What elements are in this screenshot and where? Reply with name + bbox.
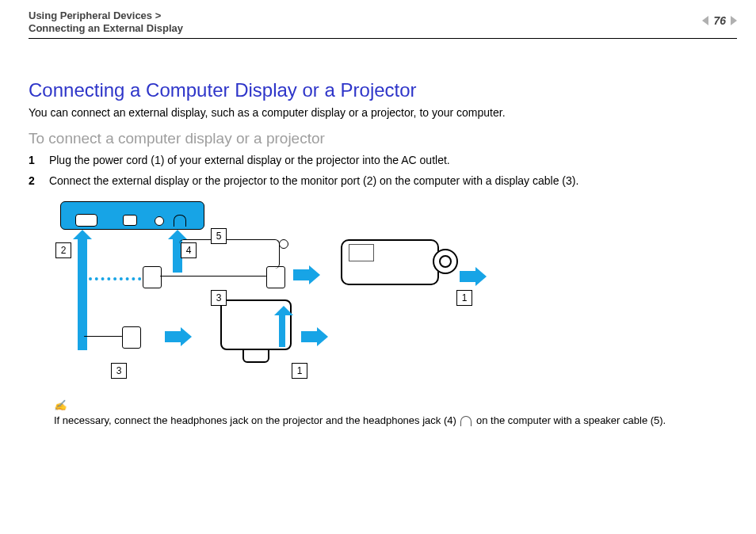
arrow-icon	[165, 330, 192, 344]
step-text: Plug the power cord (1) of your external…	[49, 154, 731, 166]
audio-plug-icon	[279, 239, 288, 249]
page-header: Using Peripheral Devices > Connecting an…	[0, 10, 756, 41]
procedure-title: To connect a computer display or a proje…	[29, 130, 325, 147]
callout-3: 3	[211, 290, 227, 306]
arrow-icon	[460, 269, 487, 284]
list-item: 2 Connect the external display or the pr…	[29, 174, 731, 187]
callout-2: 2	[55, 242, 71, 258]
note-icon: ✍	[54, 399, 724, 411]
note-text-suffix: on the computer with a speaker cable (5)…	[473, 414, 666, 426]
callout-4: 4	[181, 242, 197, 258]
callout-5: 5	[211, 228, 227, 244]
dotted-connection	[89, 277, 147, 280]
headphones-icon	[460, 416, 472, 426]
breadcrumb-child[interactable]: Connecting an External Display	[29, 22, 183, 34]
port-icon	[155, 216, 164, 226]
arrow-icon	[78, 239, 87, 350]
cable-connector-icon	[143, 266, 162, 288]
page-nav: 76	[702, 14, 737, 27]
note: ✍ If necessary, connect the headphones j…	[54, 399, 724, 426]
page-number: 76	[713, 14, 726, 27]
next-page-icon[interactable]	[731, 16, 737, 25]
cable-wire	[160, 276, 266, 277]
connection-diagram: 2 4 5 3 1 3 1	[55, 196, 499, 380]
manual-page: Using Peripheral Devices > Connecting an…	[0, 0, 756, 534]
cable-wire	[84, 336, 122, 337]
vga-port-icon	[75, 214, 97, 227]
breadcrumb-parent[interactable]: Using Peripheral Devices >	[29, 10, 161, 21]
step-list: 1 Plug the power cord (1) of your extern…	[29, 154, 731, 195]
callout-1: 1	[456, 290, 472, 306]
callout-1: 1	[292, 363, 307, 379]
callout-3: 3	[111, 363, 127, 379]
list-item: 1 Plug the power cord (1) of your extern…	[29, 154, 731, 166]
cable-connector-icon	[122, 326, 141, 349]
computer-port-panel	[60, 201, 204, 230]
step-number: 2	[29, 174, 46, 187]
projector-icon	[341, 228, 452, 292]
port-icon	[123, 215, 137, 226]
header-rule	[29, 38, 737, 39]
step-number: 1	[29, 154, 46, 166]
prev-page-icon[interactable]	[702, 16, 708, 25]
cable-connector-icon	[266, 266, 285, 288]
intro-text: You can connect an external display, suc…	[29, 106, 506, 119]
arrow-icon	[279, 315, 285, 347]
step-text: Connect the external display or the proj…	[49, 174, 731, 187]
arrow-icon	[293, 268, 320, 282]
headphones-icon	[172, 213, 188, 227]
arrow-icon	[301, 330, 328, 344]
note-text-prefix: If necessary, connect the headphones jac…	[54, 414, 459, 426]
section-title: Connecting a Computer Display or a Proje…	[29, 79, 417, 101]
